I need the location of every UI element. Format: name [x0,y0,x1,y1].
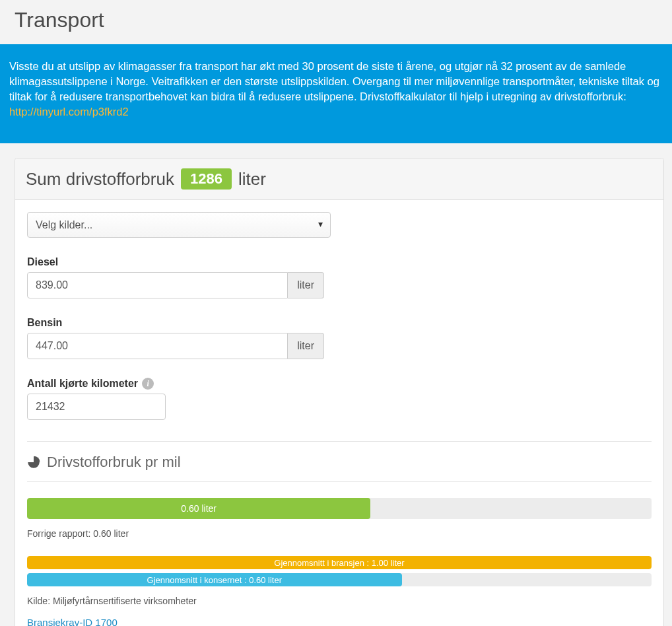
info-banner-link[interactable]: http://tinyurl.com/p3fkrd2 [9,106,129,118]
requirement-link[interactable]: Bransjekrav-ID 1700 [27,617,118,626]
group-bar-track: Gjennomsnitt i konsernet : 0.60 liter [27,573,652,586]
fuel-panel: Sum drivstofforbruk 1286 liter Velg kild… [15,158,664,626]
industry-bar-track: Gjennomsnitt i bransjen : 1.00 liter [27,556,652,569]
info-banner-text: Visste du at utslipp av klimagasser fra … [9,60,659,102]
group-bar-row: Gjennomsnitt i konsernet : 0.60 liter [27,573,652,586]
pie-chart-icon [27,456,40,469]
km-label: Antall kjørte kilometer i [27,378,324,390]
separator [27,441,652,442]
fuel-header-suffix: liter [238,169,266,190]
fuel-total-badge: 1286 [181,168,232,190]
fuel-header-prefix: Sum drivstofforbruk [26,169,174,190]
km-label-text: Antall kjørte kilometer [27,378,138,390]
page-title: Transport [0,0,672,44]
diesel-input[interactable] [27,272,288,298]
current-bar-row: 0.60 liter [27,498,652,519]
info-icon[interactable]: i [142,378,154,390]
bensin-unit: liter [288,333,324,359]
km-input[interactable] [27,394,166,420]
bensin-input[interactable] [27,333,288,359]
current-bar-fill: 0.60 liter [27,498,370,519]
industry-bar-row: Gjennomsnitt i bransjen : 1.00 liter [27,556,652,569]
diesel-unit: liter [288,272,324,298]
bensin-label: Bensin [27,317,324,329]
industry-bar-fill: Gjennomsnitt i bransjen : 1.00 liter [27,556,652,569]
separator-2 [27,481,652,482]
diesel-label: Diesel [27,256,324,268]
current-bar-track: 0.60 liter [27,498,652,519]
per-mil-heading-text: Drivstofforbruk pr mil [47,454,181,471]
group-bar-fill: Gjennomsnitt i konsernet : 0.60 liter [27,573,402,586]
per-mil-heading: Drivstofforbruk pr mil [27,454,652,471]
info-banner: Visste du at utslipp av klimagasser fra … [0,44,672,143]
previous-report-caption: Forrige rapport: 0.60 liter [27,528,652,539]
fuel-panel-header: Sum drivstofforbruk 1286 liter [15,158,663,200]
source-caption: Kilde: Miljøfyrtårnsertifiserte virksomh… [27,596,652,606]
source-select[interactable]: Velg kilder... [27,212,331,238]
